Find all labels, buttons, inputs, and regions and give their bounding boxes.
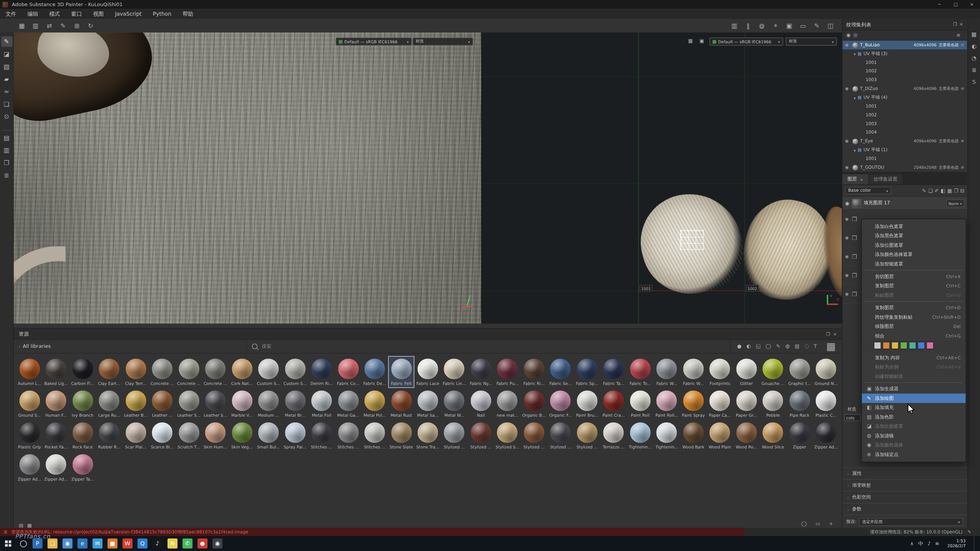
blend-mode-select[interactable]: Norm ▾ [946,199,964,207]
material-item[interactable]: Clay Terr... [122,356,149,388]
wechat-app[interactable]: ✆ [180,536,195,551]
material-item[interactable]: Tightenin... [627,420,653,452]
material-item[interactable]: Stitches ... [335,420,361,452]
material-item[interactable]: Gouache ... [760,356,786,388]
viewport-2d[interactable]: 1001 1002 ▦ ▣ Default — sRGB IEC61966 ▾ … [481,33,843,324]
material-item[interactable]: Metal Rust [388,388,414,420]
material-item[interactable]: Clay Eart... [96,356,122,388]
material-item[interactable]: Concrete ... [176,356,202,388]
expand-caret-icon[interactable]: ▾ [854,52,856,56]
material-item[interactable]: Leather B... [122,388,149,420]
filter-smart-masks-icon[interactable]: ◯ [766,344,771,349]
display-settings-icon[interactable]: ▦ [972,31,977,37]
pencil-icon[interactable]: ✐ [934,188,939,194]
taskbar-clock[interactable]: 1:53 2026/2/7 [944,538,969,549]
filter-brushes-icon[interactable]: ✎ [776,344,781,349]
material-dropdown-2d[interactable]: 材质 ▾ [786,37,837,46]
material-item[interactable]: Rubber R... [96,420,122,452]
add-layer-icon[interactable]: ⊞ [71,21,82,31]
viewer-settings-icon[interactable]: ◫ [825,21,836,31]
material-item[interactable]: Graphic t... [786,356,813,388]
material-item[interactable]: Fabric Sp... [574,356,600,388]
projection-tool-icon[interactable]: ▧ [1,61,12,72]
material-item[interactable]: Scratch T... [176,420,202,452]
visibility-toggle-icon[interactable]: ◉ [846,33,851,38]
texture-set-row[interactable]: ◉ ▦ T_GOUTOU 2048x2048 主要着色器 ≡ [843,163,967,172]
shelf-panel-icon[interactable]: ❒ [1,157,12,168]
material-item[interactable]: Paper Ca... [707,388,733,420]
material-item[interactable]: Metal Foil [308,388,335,420]
material-item[interactable]: Paint Bru... [574,388,600,420]
smudge-tool-icon[interactable]: ≈ [1,86,12,97]
float-panel-icon[interactable]: ❐ [826,331,830,336]
material-item[interactable]: Fabric Ny... [468,356,494,388]
tray-expand-icon[interactable]: ∧ [910,540,914,547]
context-menu-item[interactable]: ◪ 添加比较遮罩 [862,422,965,431]
maximize-button[interactable]: □ [947,0,964,9]
material-item[interactable]: Leather S... [176,388,202,420]
uv-grid-toggle-icon[interactable]: ▦ [688,38,693,44]
browser-edge[interactable]: e [75,536,90,551]
uv-display-toggle-icon[interactable]: ▣ [699,38,704,44]
texture-set-row[interactable]: ◉ ▾ ▦ UV 平铺 (1) ≡ [843,145,967,154]
material-item[interactable]: Plastic Grip [16,420,42,452]
navigation-gizmo-3d[interactable] [459,293,478,312]
close-panel-icon[interactable]: × [833,331,837,336]
network-icon[interactable]: ≋ [935,540,939,547]
material-item[interactable]: Scarce Bl... [149,420,175,452]
context-menu-item[interactable]: 复制图层 Ctrl+C [862,281,965,290]
material-item[interactable]: Pocket Fa... [43,420,69,452]
texture-set-row[interactable]: ◉ ▦ 1002 ≡ [843,67,967,76]
polygon-fill-tool-icon[interactable]: ▰ [1,74,12,85]
texture-set-row[interactable]: ◉ ▦ 1003 ≡ [843,119,967,128]
context-menu-item[interactable]: ▣ 添加生成器 [862,384,965,393]
collapsed-section[interactable]: › 色彩空间 [843,491,967,503]
material-item[interactable]: Cork Nat... [229,356,255,388]
material-item[interactable]: Fabric Lace [415,356,441,388]
substance-source-icon[interactable]: S [972,79,976,85]
symmetry-icon[interactable]: ⇄ [44,21,55,31]
thumbnail-view-icon[interactable]: ▦ [27,523,32,528]
grid-view-icon[interactable]: ▦ [826,341,836,352]
layer-visibility-icon[interactable]: ◉ [845,200,849,206]
context-menu-item[interactable]: 复制图层 Ctrl+D [862,303,965,312]
material-picker-icon[interactable]: ⊙ [1,111,12,122]
menu-item[interactable]: 编辑 [22,9,44,19]
material-item[interactable]: Paint Roll [627,388,653,420]
context-menu-item[interactable]: 复制为 内容 Ctrl+Alt+C [862,353,965,362]
volume-icon[interactable]: ♪ [928,540,931,547]
material-item[interactable]: Concrete ... [202,356,229,388]
paint-icon[interactable]: ✎ [922,188,926,194]
material-item[interactable]: Stylized ... [468,420,494,452]
zoom-slider-icon[interactable]: ▭ [815,521,820,527]
material-item[interactable]: Fabric De... [361,356,388,388]
material-item[interactable]: Baked Lig... [43,356,69,388]
context-menu-item[interactable]: 剪切图层 Ctrl+X [862,272,965,281]
screenshot-icon[interactable]: ▣ [784,21,795,31]
material-item[interactable]: Stitches ... [361,420,388,452]
material-item[interactable]: Medium ... [255,388,282,420]
material-item[interactable]: Carbon Fi... [69,356,96,388]
context-menu-item[interactable]: 添加位图遮罩 [862,241,965,250]
context-menu-item[interactable]: ⊕ 添加锚定点 [862,450,965,459]
group-folder-icon[interactable]: ❒ [954,188,959,194]
material-item[interactable]: Fabric Pu... [494,356,521,388]
material-item[interactable]: Concrete ... [149,356,175,388]
menu-item[interactable]: 文件 [0,9,22,19]
context-menu-item[interactable]: 跨纹理集复制粘贴 Ctrl+Shift+D [862,312,965,321]
collapsed-section[interactable]: › 属性 [843,467,967,479]
douyin-app[interactable]: ♪ [150,536,165,551]
close-tab-icon[interactable]: × [860,177,863,181]
material-item[interactable]: Stylized ... [574,420,600,452]
filter-materials-icon[interactable]: ◐ [746,344,751,349]
menu-item[interactable]: 视图 [88,9,109,19]
material-item[interactable]: Fabric Co... [335,356,361,388]
material-item[interactable]: Ground N... [813,356,839,388]
paint-tool-icon[interactable]: ✎ [1,36,12,47]
material-item[interactable]: Paint Cra... [600,388,627,420]
menu-item[interactable]: 帮助 [177,9,199,19]
panel-tab[interactable]: 图层 × [843,174,868,184]
material-item[interactable]: Nail [468,388,494,420]
wps-writer[interactable]: W [120,536,135,551]
float-panel-icon[interactable]: ❐ [953,22,957,27]
